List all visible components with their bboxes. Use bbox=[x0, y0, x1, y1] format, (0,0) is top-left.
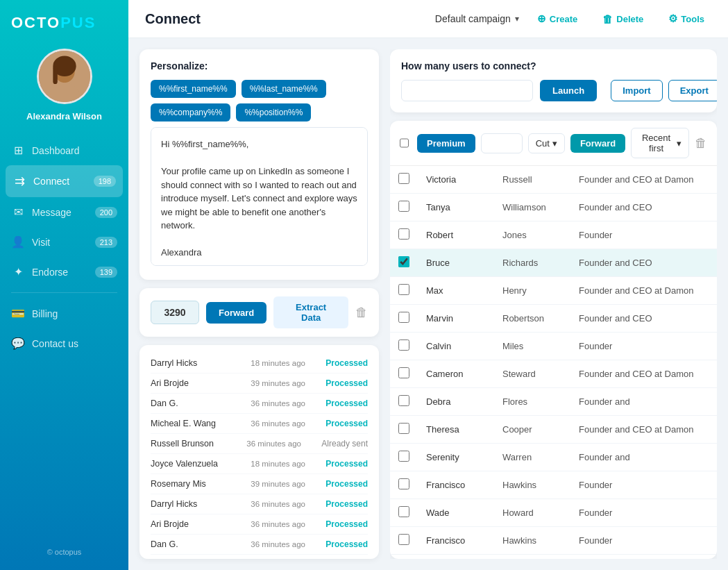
select-all-checkbox[interactable] bbox=[400, 137, 409, 149]
tools-button[interactable]: ⚙ Tools bbox=[661, 8, 711, 29]
sidebar-item-label: Billing bbox=[32, 308, 58, 319]
activity-item: Rosemary Mis 39 minutes ago Processed bbox=[151, 474, 368, 494]
clear-filter-button[interactable]: 🗑 bbox=[695, 136, 707, 151]
contact-role: Founder and CEO bbox=[570, 194, 717, 221]
row-checkbox-cell[interactable] bbox=[390, 221, 418, 249]
sidebar-item-connect[interactable]: ⇉ Connect 198 bbox=[6, 165, 123, 197]
logo-text2: PUS bbox=[60, 14, 96, 31]
premium-filter-button[interactable]: Premium bbox=[417, 134, 475, 153]
activity-status: Processed bbox=[325, 358, 368, 368]
activity-time: 36 minutes ago bbox=[251, 540, 320, 548]
contact-first-name: Theresa bbox=[418, 416, 494, 444]
import-button[interactable]: Import bbox=[611, 80, 662, 101]
svg-rect-4 bbox=[53, 66, 57, 84]
sidebar-item-billing[interactable]: 💳 Billing bbox=[0, 299, 128, 328]
row-checkbox[interactable] bbox=[398, 201, 409, 212]
count-display: 3290 bbox=[151, 301, 199, 324]
row-checkbox[interactable] bbox=[398, 506, 409, 517]
sidebar-item-dashboard[interactable]: ⊞ Dashboard bbox=[0, 135, 128, 165]
contact-first-name: Serenity bbox=[418, 444, 494, 471]
row-checkbox-cell[interactable] bbox=[390, 305, 418, 333]
export-button[interactable]: Export bbox=[668, 80, 717, 101]
row-checkbox[interactable] bbox=[398, 451, 409, 462]
row-checkbox-cell[interactable] bbox=[390, 388, 418, 416]
cut-input[interactable] bbox=[481, 133, 523, 153]
avatar-image bbox=[39, 51, 90, 102]
sidebar-item-endorse[interactable]: ✦ Endorse 139 bbox=[0, 257, 128, 287]
extract-data-button[interactable]: Extract Data bbox=[273, 296, 348, 328]
row-checkbox-cell[interactable] bbox=[390, 444, 418, 471]
row-checkbox[interactable] bbox=[398, 478, 409, 489]
delete-list-button[interactable]: 🗑 bbox=[355, 305, 368, 320]
users-count-input[interactable] bbox=[401, 80, 533, 101]
activity-name: Dan G. bbox=[151, 399, 245, 408]
cut-dropdown[interactable]: Cut ▾ bbox=[528, 133, 565, 153]
contact-icon: 💬 bbox=[11, 337, 25, 350]
contact-last-name: Robertson bbox=[494, 305, 570, 333]
row-checkbox[interactable] bbox=[398, 395, 409, 406]
contact-last-name: Henry bbox=[494, 277, 570, 305]
delete-button[interactable]: 🗑 Delete bbox=[595, 9, 650, 29]
activity-list: Darryl Hicks 18 minutes ago Processed Ar… bbox=[139, 345, 379, 559]
activity-item: Ari Brojde 39 minutes ago Processed bbox=[151, 374, 368, 394]
row-checkbox-cell[interactable] bbox=[390, 499, 418, 527]
create-button[interactable]: ⊕ Create bbox=[530, 8, 584, 29]
row-checkbox-cell[interactable] bbox=[390, 333, 418, 360]
activity-status: Already sent bbox=[321, 439, 368, 449]
sidebar-item-visit[interactable]: 👤 Visit 213 bbox=[0, 227, 128, 257]
contact-role: Founder and CEO at Damon bbox=[570, 416, 717, 444]
forward-filter-button[interactable]: Forward bbox=[570, 134, 625, 153]
row-checkbox[interactable] bbox=[398, 340, 409, 351]
launch-button[interactable]: Launch bbox=[540, 80, 597, 101]
connect-icon: ⇉ bbox=[12, 174, 26, 189]
activity-time: 36 minutes ago bbox=[251, 419, 320, 428]
row-checkbox[interactable] bbox=[398, 423, 409, 434]
activity-time: 18 minutes ago bbox=[251, 460, 320, 468]
sidebar-item-label: Message bbox=[32, 207, 71, 218]
row-checkbox-cell[interactable] bbox=[390, 249, 418, 277]
row-checkbox[interactable] bbox=[398, 312, 409, 323]
row-checkbox-cell[interactable] bbox=[390, 416, 418, 444]
table-row: Marvin Robertson Founder and CEO bbox=[390, 305, 717, 333]
token-row: %%first_name%% %%last_name%% bbox=[151, 80, 368, 98]
activity-name: Ari Brojde bbox=[151, 519, 245, 529]
forward-button[interactable]: Forward bbox=[206, 302, 266, 324]
activity-item: Micheal E. Wang 3 days ago Processed bbox=[151, 555, 368, 559]
row-checkbox-cell[interactable] bbox=[390, 194, 418, 221]
contact-role: Founder and bbox=[570, 388, 717, 416]
activity-status: Processed bbox=[325, 499, 368, 509]
row-checkbox-cell[interactable] bbox=[390, 166, 418, 194]
message-textarea[interactable]: Hi %%first_name%%, Your profile came up … bbox=[151, 127, 368, 266]
recent-first-dropdown[interactable]: Recent first ▾ bbox=[631, 128, 689, 158]
campaign-selector[interactable]: Default campaign ▾ bbox=[435, 13, 519, 24]
endorse-badge: 139 bbox=[95, 267, 117, 278]
message-icon: ✉ bbox=[11, 206, 25, 219]
contact-role: Founder and CEO at Damon bbox=[570, 166, 717, 194]
token-first-name[interactable]: %%first_name%% bbox=[151, 80, 236, 98]
sidebar-item-message[interactable]: ✉ Message 200 bbox=[0, 197, 128, 227]
activity-status: Processed bbox=[325, 378, 368, 388]
row-checkbox-cell[interactable] bbox=[390, 277, 418, 305]
row-checkbox[interactable] bbox=[398, 367, 409, 378]
row-checkbox[interactable] bbox=[398, 534, 409, 545]
users-connect-card: How many users to connect? Launch Import… bbox=[390, 49, 717, 112]
row-checkbox[interactable] bbox=[398, 173, 409, 184]
token-position[interactable]: %%position%% bbox=[236, 103, 311, 121]
row-checkbox[interactable] bbox=[398, 256, 409, 267]
activity-status: Processed bbox=[325, 539, 368, 549]
row-checkbox[interactable] bbox=[398, 284, 409, 295]
row-checkbox-cell[interactable] bbox=[390, 471, 418, 499]
contact-first-name: Francisco bbox=[418, 471, 494, 499]
contact-first-name: Robert bbox=[418, 221, 494, 249]
contact-role: Founder and CEO bbox=[570, 249, 717, 277]
row-checkbox[interactable] bbox=[398, 228, 409, 240]
activity-item: Darryl Hicks 36 minutes ago Processed bbox=[151, 494, 368, 514]
row-checkbox-cell[interactable] bbox=[390, 360, 418, 388]
activity-item: Ari Brojde 36 minutes ago Processed bbox=[151, 514, 368, 535]
sidebar-item-label: Dashboard bbox=[32, 145, 80, 156]
sidebar-item-contact[interactable]: 💬 Contact us bbox=[0, 328, 128, 358]
token-last-name[interactable]: %%last_name%% bbox=[242, 80, 326, 98]
contact-role: Founder and CEO at Damon bbox=[570, 360, 717, 388]
row-checkbox-cell[interactable] bbox=[390, 527, 418, 555]
token-company[interactable]: %%company%% bbox=[151, 103, 230, 121]
